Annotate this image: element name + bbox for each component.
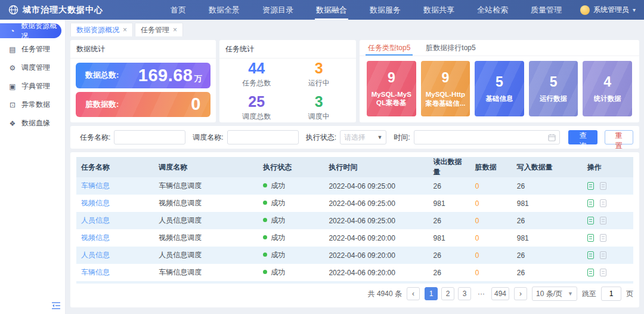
task-name-link[interactable]: 车辆信息 xyxy=(81,268,110,276)
schedule-name-cell: 视频信息调度 xyxy=(154,229,258,247)
write-count-cell: 26 xyxy=(512,281,583,284)
reset-button[interactable]: 重置 xyxy=(605,130,633,144)
page-number-button[interactable]: 2 xyxy=(441,287,454,300)
sidebar-item-label: 数据资源概况 xyxy=(21,21,61,41)
sidebar-item[interactable]: ◔ 数据资源概况 xyxy=(0,23,61,38)
read-count-cell: 981 xyxy=(429,229,470,247)
task-stat-label: 调度中 xyxy=(288,112,351,122)
status-cell: 成功 xyxy=(258,247,324,264)
data-stat-card: 数据总数: 169.68万 xyxy=(76,63,210,88)
read-count-cell: 26 xyxy=(429,212,470,229)
nav-item[interactable]: 数据融合 xyxy=(309,0,354,20)
jump-page-input[interactable] xyxy=(601,287,621,301)
task-name-link[interactable]: 视频信息 xyxy=(81,199,110,207)
user-menu[interactable]: 系统管理员 ▾ xyxy=(580,5,636,15)
table-row: 车辆信息 车辆信息调度 成功 2022-04-06 09:15:00 26 0 … xyxy=(76,281,633,284)
workspace-tab-label: 任务管理 xyxy=(141,25,169,35)
result-file-icon[interactable] xyxy=(587,217,594,224)
nav-item[interactable]: 质量管理 xyxy=(524,0,569,20)
page-number-button[interactable]: 1 xyxy=(425,287,438,300)
exec-time-cell: 2022-04-06 09:25:00 xyxy=(324,212,428,229)
workspace-tab-label: 数据资源概况 xyxy=(76,25,119,35)
log-file-icon[interactable] xyxy=(600,199,606,207)
next-page-button[interactable]: › xyxy=(514,287,527,300)
schedule-name-cell: 人员信息调度 xyxy=(154,212,258,229)
time-label: 时间: xyxy=(394,133,410,143)
nav-item[interactable]: 数据服务 xyxy=(363,0,408,20)
page-number-button[interactable]: ··· xyxy=(475,287,488,300)
nav-item[interactable]: 数据共享 xyxy=(416,0,462,20)
nav-item[interactable]: 全站检索 xyxy=(470,0,515,20)
nav-item[interactable]: 资源目录 xyxy=(255,0,301,20)
log-file-icon[interactable] xyxy=(600,217,606,224)
schedule-name-cell: 人员信息调度 xyxy=(154,247,258,264)
task-name-link[interactable]: 人员信息 xyxy=(81,251,110,259)
task-table: 任务名称调度名称执行状态执行时间读出数据量脏数据写入数据量操作 车辆信息 车辆信… xyxy=(76,157,633,284)
result-file-icon[interactable] xyxy=(587,234,594,242)
user-name: 系统管理员 xyxy=(593,5,629,15)
filter-bar: 任务名称: 调度名称: 执行状态: 请选择 ▼ 时间: 查询 重置 xyxy=(70,126,639,149)
result-file-icon[interactable] xyxy=(587,251,594,259)
write-count-cell: 26 xyxy=(512,264,583,281)
close-icon[interactable]: × xyxy=(123,26,127,34)
task-name-link[interactable]: 车辆信息 xyxy=(81,181,110,190)
schedule-name-input[interactable] xyxy=(227,130,299,144)
log-file-icon[interactable] xyxy=(600,182,606,190)
table-header-row: 任务名称调度名称执行状态执行时间读出数据量脏数据写入数据量操作 xyxy=(76,157,633,177)
sidebar-collapse-icon[interactable] xyxy=(52,302,60,309)
table-header-cell: 调度名称 xyxy=(154,157,258,177)
task-name-link[interactable]: 人员信息 xyxy=(81,216,110,224)
exec-time-cell: 2022-04-06 09:25:00 xyxy=(324,195,428,212)
jump-label: 跳至 xyxy=(582,289,596,299)
success-dot-icon xyxy=(263,270,267,274)
workspace-tab[interactable]: 任务管理 × xyxy=(135,23,183,36)
workspace-tab[interactable]: 数据资源概况 × xyxy=(70,23,133,36)
sidebar-item[interactable]: ▣ 字典管理 xyxy=(0,79,61,94)
app-logo-icon xyxy=(8,5,18,15)
page-number-button[interactable]: 494 xyxy=(491,287,509,300)
top5-card-value: 5 xyxy=(550,74,558,90)
result-file-icon[interactable] xyxy=(587,182,594,190)
task-stat-value: 3 xyxy=(288,94,351,109)
jump-suffix: 页 xyxy=(626,289,633,299)
stat-value: 169.68万 xyxy=(138,66,202,85)
time-range-input[interactable] xyxy=(414,130,561,144)
sidebar-item[interactable]: ▤ 任务管理 xyxy=(0,42,61,57)
task-name-link[interactable]: 视频信息 xyxy=(81,233,110,242)
table-row: 车辆信息 车辆信息调度 成功 2022-04-06 09:25:00 26 0 … xyxy=(76,177,633,195)
top5-tab[interactable]: 脏数据排行top5 xyxy=(426,40,475,56)
sidebar-item-label: 任务管理 xyxy=(21,44,50,54)
top5-card-label: 基础信息 xyxy=(485,94,513,103)
task-name-input[interactable] xyxy=(114,130,185,144)
sidebar-item[interactable]: ⚙ 调度管理 xyxy=(0,60,61,75)
select-arrow-icon: ▼ xyxy=(377,134,382,140)
schedule-name-cell: 车辆信息调度 xyxy=(154,264,258,281)
status-cell: 成功 xyxy=(258,281,324,284)
log-file-icon[interactable] xyxy=(600,269,606,276)
sidebar: ◔ 数据资源概况 ▤ 任务管理 ⚙ 调度管理 ▣ 字典管理 ⊡ 异常数据 ❖ 数… xyxy=(0,20,66,314)
top5-card: 9 MySQL-MySQL案卷基础... xyxy=(367,61,416,116)
task-stat: 25 调度总数 xyxy=(225,94,288,122)
read-count-cell: 26 xyxy=(429,247,470,264)
sidebar-item[interactable]: ❖ 数据血缘 xyxy=(0,116,61,131)
top5-card: 4 统计数据 xyxy=(583,61,632,116)
read-count-cell: 26 xyxy=(429,177,470,195)
result-file-icon[interactable] xyxy=(587,269,594,276)
log-file-icon[interactable] xyxy=(600,251,606,259)
write-count-cell: 26 xyxy=(512,247,583,264)
task-stat-value: 44 xyxy=(225,61,288,76)
nav-item[interactable]: 数据全景 xyxy=(202,0,247,20)
page-size-select[interactable]: 10 条/页 ▼ xyxy=(532,287,577,301)
sidebar-item[interactable]: ⊡ 异常数据 xyxy=(0,97,61,112)
search-button[interactable]: 查询 xyxy=(568,130,597,144)
prev-page-button[interactable]: ‹ xyxy=(407,287,420,300)
workspace-tabbar: 数据资源概况 × 任务管理 × xyxy=(66,20,644,36)
result-file-icon[interactable] xyxy=(587,199,594,207)
nav-item[interactable]: 首页 xyxy=(163,0,193,20)
top5-tab[interactable]: 任务类型top5 xyxy=(368,40,410,56)
close-icon[interactable]: × xyxy=(173,26,177,34)
log-file-icon[interactable] xyxy=(600,234,606,242)
stat-label: 脏数据数: xyxy=(85,99,119,110)
page-number-button[interactable]: 3 xyxy=(458,287,471,300)
status-select[interactable]: 请选择 ▼ xyxy=(340,130,386,144)
